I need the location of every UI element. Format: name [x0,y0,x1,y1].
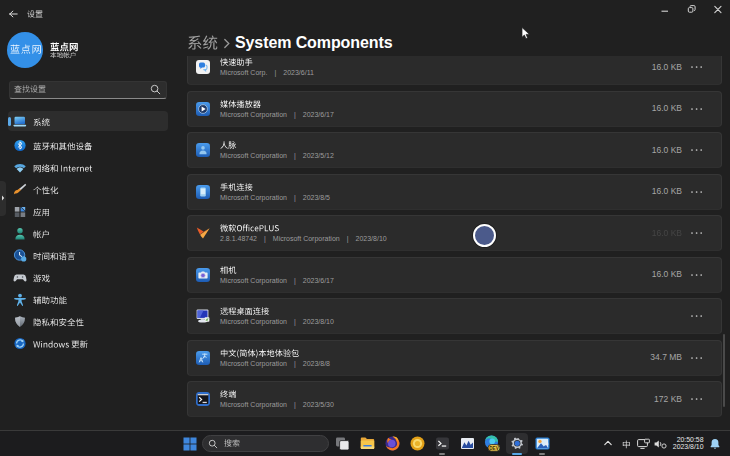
svg-text:DEV: DEV [489,446,499,451]
